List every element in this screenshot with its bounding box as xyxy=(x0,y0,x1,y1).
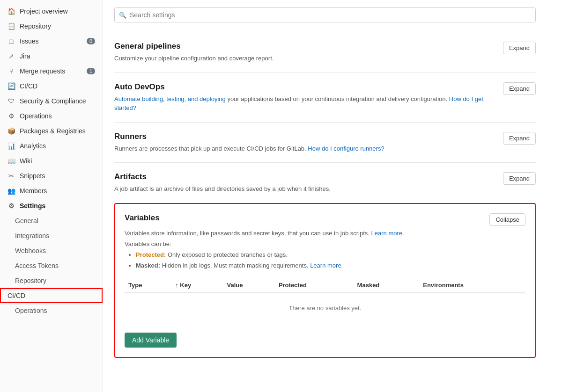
table-header-row: Type ↑ Key Value Protected Masked Enviro… xyxy=(125,278,525,293)
section-runners: Runners Runners are processes that pick … xyxy=(114,122,536,163)
protected-label: Protected: xyxy=(136,251,166,258)
wiki-icon: 📖 xyxy=(7,157,15,165)
sidebar-item-packages-registries[interactable]: 📦 Packages & Registries xyxy=(0,123,103,138)
table-no-data-row: There are no variables yet. xyxy=(125,293,525,323)
section-header-artifacts: Artifacts A job artifact is an archive o… xyxy=(114,172,536,194)
expand-runners-button[interactable]: Expand xyxy=(503,132,536,145)
col-key[interactable]: ↑ Key xyxy=(171,278,223,293)
runners-link[interactable]: How do I configure runners? xyxy=(308,145,384,152)
sidebar-item-issues[interactable]: ◻ Issues 0 xyxy=(0,34,103,49)
sidebar-item-settings[interactable]: ⚙ Settings xyxy=(0,198,103,213)
analytics-icon: 📊 xyxy=(7,142,15,150)
variables-bullet-masked: Masked: Hidden in job logs. Must match m… xyxy=(136,261,525,270)
shield-icon: 🛡 xyxy=(7,97,15,105)
sidebar-item-snippets[interactable]: ✂ Snippets xyxy=(0,168,103,183)
add-variable-button[interactable]: Add Variable xyxy=(125,333,177,348)
section-desc-general-pipelines: Customize your pipeline configuration an… xyxy=(114,54,274,63)
section-title-auto-devops: Auto DevOps xyxy=(114,82,495,92)
col-environments: Environments xyxy=(419,278,525,293)
variables-info-text: Variables store information, like passwo… xyxy=(125,230,525,237)
section-title-variables: Variables xyxy=(125,213,160,223)
cicd-icon: 🔄 xyxy=(7,82,15,90)
home-icon: 🏠 xyxy=(7,7,15,15)
col-value: Value xyxy=(223,278,275,293)
masked-learn-more-link[interactable]: Learn more. xyxy=(310,262,343,269)
masked-label: Masked: xyxy=(136,262,160,269)
variables-can-be-label: Variables can be: xyxy=(125,240,525,247)
section-desc-auto-devops: Automate building, testing, and deployin… xyxy=(114,94,495,113)
section-desc-artifacts: A job artifact is an archive of files an… xyxy=(114,184,331,194)
variables-table: Type ↑ Key Value Protected Masked Enviro… xyxy=(125,278,525,323)
section-header-runners: Runners Runners are processes that pick … xyxy=(114,132,536,153)
section-artifacts: Artifacts A job artifact is an archive o… xyxy=(114,162,536,203)
search-icon: 🔍 xyxy=(119,12,126,19)
section-title-runners: Runners xyxy=(114,132,385,141)
expand-auto-devops-button[interactable]: Expand xyxy=(503,82,536,95)
no-data-cell: There are no variables yet. xyxy=(125,293,525,323)
expand-artifacts-button[interactable]: Expand xyxy=(503,172,536,185)
sidebar: 🏠 Project overview 📋 Repository ◻ Issues… xyxy=(0,0,103,392)
collapse-variables-button[interactable]: Collapse xyxy=(489,213,525,226)
sidebar-item-project-overview[interactable]: 🏠 Project overview xyxy=(0,4,103,19)
members-icon: 👥 xyxy=(7,187,15,195)
sidebar-item-settings-webhooks[interactable]: Webhooks xyxy=(0,243,103,258)
section-header-variables: Variables Collapse xyxy=(125,213,525,226)
repository-icon: 📋 xyxy=(7,22,15,30)
gear-icon: ⚙ xyxy=(7,202,15,210)
col-protected: Protected xyxy=(275,278,354,293)
section-variables: Variables Collapse Variables store infor… xyxy=(114,203,536,358)
auto-devops-link1[interactable]: Automate building, testing, and deployin… xyxy=(114,95,226,102)
sidebar-item-analytics[interactable]: 📊 Analytics xyxy=(0,138,103,153)
expand-general-pipelines-button[interactable]: Expand xyxy=(503,42,536,54)
sidebar-item-security-compliance[interactable]: 🛡 Security & Compliance xyxy=(0,94,103,109)
sidebar-item-cicd[interactable]: 🔄 CI/CD xyxy=(0,79,103,94)
section-general-pipelines: General pipelines Customize your pipelin… xyxy=(114,32,536,73)
jira-icon: ↗ xyxy=(7,52,15,60)
merge-icon: ⑂ xyxy=(7,67,15,75)
section-title-general-pipelines: General pipelines xyxy=(114,42,274,51)
variables-learn-more-link[interactable]: Learn more. xyxy=(371,230,404,237)
operations-icon: ⚙ xyxy=(7,112,15,120)
masked-text: Hidden in job logs. Must match masking r… xyxy=(162,262,310,269)
sidebar-item-wiki[interactable]: 📖 Wiki xyxy=(0,153,103,168)
issues-icon: ◻ xyxy=(7,37,15,45)
variables-bullets-list: Protected: Only exposed to protected bra… xyxy=(125,250,525,270)
sidebar-item-members[interactable]: 👥 Members xyxy=(0,183,103,198)
protected-text: Only exposed to protected branches or ta… xyxy=(168,251,288,258)
issues-badge: 0 xyxy=(87,38,95,44)
section-header-general-pipelines: General pipelines Customize your pipelin… xyxy=(114,42,536,63)
sidebar-item-settings-general[interactable]: General xyxy=(0,213,103,228)
col-masked: Masked xyxy=(354,278,420,293)
search-input[interactable] xyxy=(114,7,536,22)
snippets-icon: ✂ xyxy=(7,172,15,180)
section-header-auto-devops: Auto DevOps Automate building, testing, … xyxy=(114,82,536,113)
section-title-artifacts: Artifacts xyxy=(114,172,331,181)
merge-requests-badge: 1 xyxy=(87,68,95,74)
col-type: Type xyxy=(125,278,171,293)
settings-search-bar: 🔍 xyxy=(114,7,536,22)
sidebar-item-repository[interactable]: 📋 Repository xyxy=(0,19,103,34)
sidebar-item-settings-cicd[interactable]: CI/CD xyxy=(0,288,103,303)
sidebar-item-merge-requests[interactable]: ⑂ Merge requests 1 xyxy=(0,64,103,79)
sidebar-item-settings-access-tokens[interactable]: Access Tokens xyxy=(0,258,103,273)
sidebar-item-operations[interactable]: ⚙ Operations xyxy=(0,109,103,123)
sidebar-item-settings-integrations[interactable]: Integrations xyxy=(0,228,103,243)
sidebar-item-jira[interactable]: ↗ Jira xyxy=(0,49,103,64)
variables-bullet-protected: Protected: Only exposed to protected bra… xyxy=(136,250,525,260)
box-icon: 📦 xyxy=(7,127,15,135)
main-content: 🔍 General pipelines Customize your pipel… xyxy=(103,0,562,392)
sidebar-item-settings-operations[interactable]: Operations xyxy=(0,303,103,318)
section-desc-runners: Runners are processes that pick up and e… xyxy=(114,144,385,153)
section-auto-devops: Auto DevOps Automate building, testing, … xyxy=(114,73,536,122)
sidebar-item-settings-repository[interactable]: Repository xyxy=(0,273,103,288)
